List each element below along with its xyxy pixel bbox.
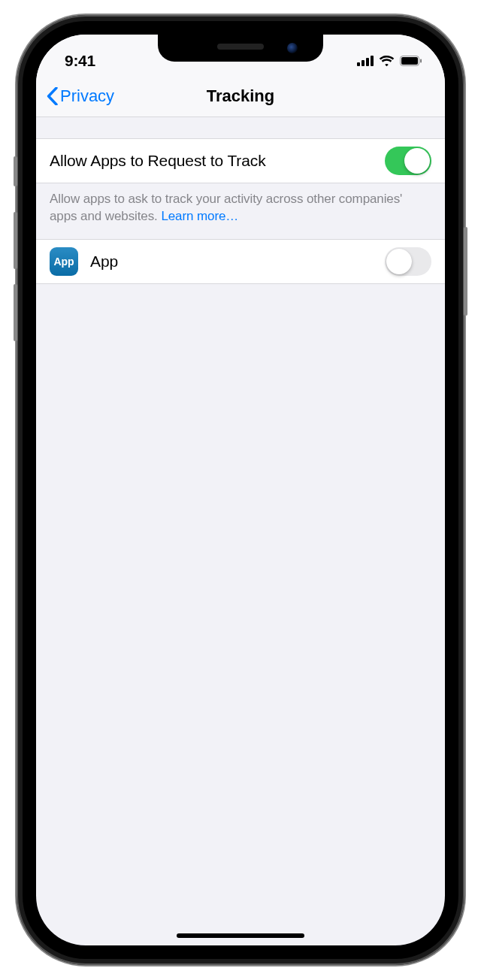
app-icon: App: [50, 247, 78, 276]
svg-rect-2: [366, 58, 369, 66]
phone-frame: 9:41 Privacy Tracking Allow Apps to Requ…: [17, 15, 464, 965]
back-button[interactable]: Privacy: [47, 86, 114, 106]
app-name-label: App: [90, 253, 385, 271]
back-label: Privacy: [60, 86, 114, 106]
app-tracking-toggle[interactable]: [385, 247, 431, 276]
footer-description: Allow apps to ask to track your activity…: [36, 183, 445, 239]
nav-bar: Privacy Tracking: [36, 75, 445, 117]
svg-rect-6: [420, 59, 422, 63]
svg-rect-1: [362, 60, 365, 66]
volume-down-button: [14, 284, 17, 341]
learn-more-link[interactable]: Learn more…: [161, 209, 238, 223]
battery-icon: [400, 56, 422, 66]
screen: 9:41 Privacy Tracking Allow Apps to Requ…: [36, 35, 445, 945]
status-icons: [357, 56, 422, 67]
volume-up-button: [14, 212, 17, 269]
wifi-icon: [379, 56, 395, 67]
chevron-left-icon: [47, 87, 58, 105]
mute-switch: [14, 156, 17, 186]
app-tracking-row: AppApp: [36, 239, 445, 284]
page-title: Tracking: [207, 86, 274, 106]
cellular-icon: [357, 56, 374, 66]
front-camera: [287, 43, 298, 53]
status-time: 9:41: [65, 52, 95, 70]
svg-rect-3: [371, 56, 374, 66]
home-indicator[interactable]: [177, 933, 304, 938]
speaker-grille: [217, 44, 264, 50]
allow-tracking-label: Allow Apps to Request to Track: [50, 152, 385, 170]
svg-rect-5: [401, 57, 418, 65]
notch: [158, 35, 323, 62]
allow-tracking-toggle[interactable]: [385, 147, 431, 175]
svg-rect-0: [357, 62, 360, 66]
content: Allow Apps to Request to Track Allow app…: [36, 117, 445, 284]
power-button: [464, 227, 467, 316]
allow-tracking-row: Allow Apps to Request to Track: [36, 138, 445, 183]
